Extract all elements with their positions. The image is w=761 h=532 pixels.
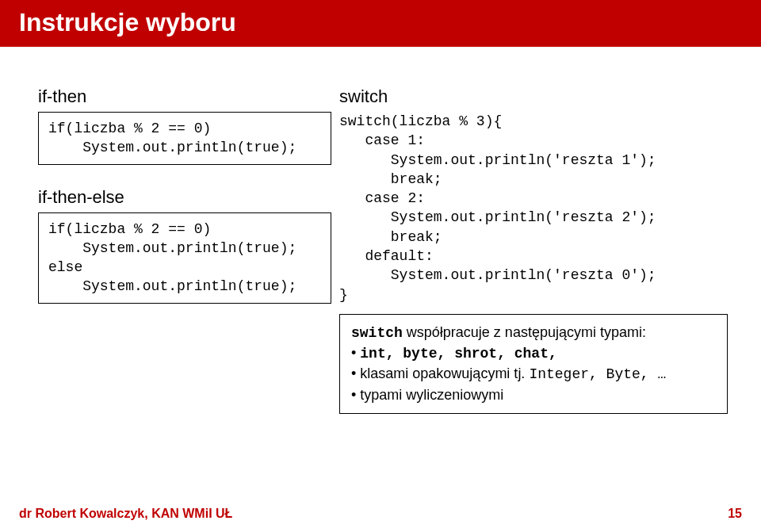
note-bullet-2: • klasami opakowującymi tj. Integer, Byt… [351, 364, 716, 385]
note-intro-mono: switch [351, 325, 403, 341]
note-bullet-3: • typami wyliczeniowymi [351, 385, 716, 405]
bullet-2-prefix: • klasami opakowującymi tj. [351, 366, 529, 381]
code-if-then: if(liczba % 2 == 0) System.out.println(t… [38, 112, 331, 165]
label-if-then-else: if-then-else [38, 187, 331, 208]
slide-header: Instrukcje wyboru [0, 0, 761, 47]
code-if-then-else: if(liczba % 2 == 0) System.out.println(t… [38, 212, 331, 304]
right-column: switch switch(liczba % 3){ case 1: Syste… [339, 86, 728, 414]
note-intro: switch współpracuje z następującymi typa… [351, 323, 716, 343]
note-bullet-1: • int, byte, shrot, chat, [351, 343, 716, 364]
note-box: switch współpracuje z następującymi typa… [339, 314, 728, 414]
footer: dr Robert Kowalczyk, KAN WMiI UŁ 15 [19, 507, 742, 521]
spacer [38, 165, 331, 187]
bullet-1-prefix: • [351, 345, 360, 361]
note-intro-text: współpracuje z następującymi typami: [403, 324, 646, 340]
label-if-then: if-then [38, 86, 331, 107]
bullet-1-items: int, byte, shrot, chat, [360, 346, 556, 362]
label-switch: switch [339, 86, 728, 107]
slide-title: Instrukcje wyboru [19, 8, 236, 36]
code-switch: switch(liczba % 3){ case 1: System.out.p… [339, 112, 728, 304]
footer-author: dr Robert Kowalczyk, KAN WMiI UŁ [19, 507, 232, 521]
left-column: if-then if(liczba % 2 == 0) System.out.p… [38, 86, 331, 304]
footer-page-number: 15 [728, 507, 742, 521]
content-area: if-then if(liczba % 2 == 0) System.out.p… [0, 47, 761, 414]
bullet-2-items: Integer, Byte, … [529, 366, 666, 382]
